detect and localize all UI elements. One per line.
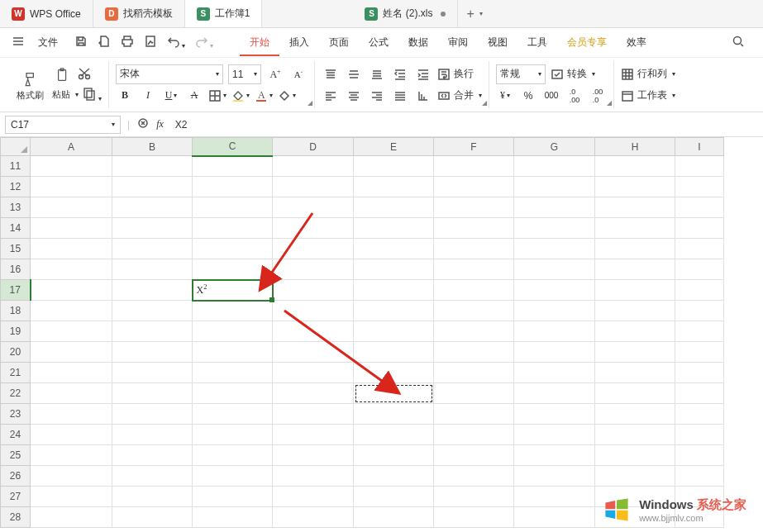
cell-G17[interactable]	[514, 280, 595, 301]
cell-G15[interactable]	[514, 239, 595, 259]
cell-E13[interactable]	[354, 197, 434, 218]
cell-F28[interactable]	[434, 507, 514, 528]
cell-E26[interactable]	[354, 466, 434, 487]
file-menu[interactable]: 文件	[31, 36, 64, 50]
cell-E20[interactable]	[354, 342, 434, 363]
cell-D21[interactable]	[273, 363, 354, 383]
cell-C21[interactable]	[193, 363, 273, 383]
row-header-14[interactable]: 14	[1, 218, 31, 239]
print-icon[interactable]	[121, 35, 134, 50]
cell-I24[interactable]	[675, 425, 724, 445]
row-header-15[interactable]: 15	[1, 239, 31, 259]
export-pdf-icon[interactable]	[98, 35, 111, 50]
menu-review[interactable]: 审阅	[438, 29, 478, 56]
cell-F27[interactable]	[434, 487, 514, 507]
cell-E28[interactable]	[354, 507, 434, 528]
cell-E23[interactable]	[354, 404, 434, 425]
cell-H25[interactable]	[595, 445, 675, 466]
align-middle-button[interactable]	[345, 65, 363, 83]
cell-I25[interactable]	[675, 445, 724, 466]
cell-A18[interactable]	[31, 301, 112, 321]
cell-G27[interactable]	[514, 487, 595, 507]
cell-D15[interactable]	[273, 239, 354, 259]
menu-efficiency[interactable]: 效率	[617, 29, 656, 56]
cell-I16[interactable]	[675, 259, 724, 280]
copy-button[interactable]: ▾	[82, 86, 102, 103]
cell-F26[interactable]	[434, 466, 514, 487]
cell-B26[interactable]	[112, 466, 193, 487]
cell-I21[interactable]	[675, 363, 724, 383]
col-header-B[interactable]: B	[112, 138, 193, 156]
row-header-23[interactable]: 23	[1, 404, 31, 425]
col-header-C[interactable]: C	[193, 138, 273, 156]
cell-B14[interactable]	[112, 218, 193, 239]
cell-A27[interactable]	[31, 487, 112, 507]
cell-I11[interactable]	[675, 156, 724, 177]
row-header-22[interactable]: 22	[1, 383, 31, 404]
cell-H11[interactable]	[595, 156, 675, 177]
font-color-button[interactable]: A▾	[255, 87, 273, 105]
decrease-indent-button[interactable]	[391, 65, 409, 83]
cell-H20[interactable]	[595, 342, 675, 363]
row-header-24[interactable]: 24	[1, 425, 31, 445]
cell-F22[interactable]	[434, 383, 514, 404]
search-button[interactable]	[722, 28, 755, 57]
cell-G24[interactable]	[514, 425, 595, 445]
cell-H13[interactable]	[595, 197, 675, 218]
undo-button[interactable]: ▾	[167, 35, 185, 50]
cell-A11[interactable]	[31, 156, 112, 177]
cell-B17[interactable]	[112, 280, 193, 301]
col-header-A[interactable]: A	[31, 138, 112, 156]
cell-A20[interactable]	[31, 342, 112, 363]
cell-A25[interactable]	[31, 445, 112, 466]
cell-A23[interactable]	[31, 404, 112, 425]
cancel-formula-icon[interactable]	[136, 116, 150, 132]
cell-B15[interactable]	[112, 239, 193, 259]
paste-button[interactable]	[52, 66, 74, 84]
cell-C28[interactable]	[193, 507, 273, 528]
chevron-down-icon[interactable]: ▾	[75, 91, 79, 98]
cell-G19[interactable]	[514, 321, 595, 342]
cell-F20[interactable]	[434, 342, 514, 363]
cell-E25[interactable]	[354, 445, 434, 466]
cell-A13[interactable]	[31, 197, 112, 218]
menu-formula[interactable]: 公式	[359, 29, 398, 56]
cell-E18[interactable]	[354, 301, 434, 321]
cell-H15[interactable]	[595, 239, 675, 259]
cut-button[interactable]	[77, 66, 92, 84]
cell-C12[interactable]	[193, 177, 273, 197]
cell-I15[interactable]	[675, 239, 724, 259]
cell-F16[interactable]	[434, 259, 514, 280]
col-header-I[interactable]: I	[675, 138, 724, 156]
row-header-13[interactable]: 13	[1, 197, 31, 218]
cell-A22[interactable]	[31, 383, 112, 404]
cell-B12[interactable]	[112, 177, 193, 197]
cell-H12[interactable]	[595, 177, 675, 197]
cell-G26[interactable]	[514, 466, 595, 487]
col-header-F[interactable]: F	[434, 138, 514, 156]
cell-B19[interactable]	[112, 321, 193, 342]
cell-E22[interactable]	[354, 383, 434, 404]
cell-F17[interactable]	[434, 280, 514, 301]
cell-C17[interactable]: X2	[193, 280, 273, 301]
cell-A16[interactable]	[31, 259, 112, 280]
cell-D12[interactable]	[273, 177, 354, 197]
align-center-button[interactable]	[345, 87, 363, 105]
cell-F23[interactable]	[434, 404, 514, 425]
cell-C20[interactable]	[193, 342, 273, 363]
menu-data[interactable]: 数据	[398, 29, 438, 56]
align-right-button[interactable]	[368, 87, 386, 105]
cell-H19[interactable]	[595, 321, 675, 342]
cell-D11[interactable]	[273, 156, 354, 177]
cell-I22[interactable]	[675, 383, 724, 404]
cell-F15[interactable]	[434, 239, 514, 259]
col-header-G[interactable]: G	[514, 138, 595, 156]
cell-D18[interactable]	[273, 301, 354, 321]
print-preview-icon[interactable]	[144, 35, 157, 50]
cell-E27[interactable]	[354, 487, 434, 507]
cell-I17[interactable]	[675, 280, 724, 301]
cell-G14[interactable]	[514, 218, 595, 239]
cell-B13[interactable]	[112, 197, 193, 218]
col-header-D[interactable]: D	[273, 138, 354, 156]
menu-page[interactable]: 页面	[319, 29, 359, 56]
